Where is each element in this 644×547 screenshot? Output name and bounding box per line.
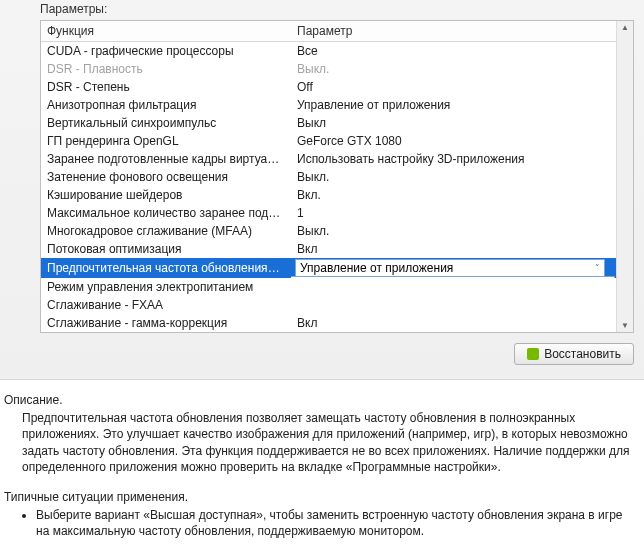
table-row[interactable]: Вертикальный синхроимпульсВыкл (41, 114, 633, 132)
table-row[interactable]: Затенение фонового освещенияВыкл. (41, 168, 633, 186)
dropdown-selected-label: Управление от приложения (300, 261, 453, 275)
setting-name: Потоковая оптимизация (41, 240, 291, 258)
restore-button-label: Восстановить (544, 347, 621, 361)
setting-value[interactable]: Выкл (291, 114, 633, 132)
setting-name: Сглаживание - FXAA (41, 296, 291, 314)
setting-value[interactable]: Управление от приложения (291, 96, 633, 114)
table-row[interactable]: Многокадровое сглаживание (MFAA)Выкл. (41, 222, 633, 240)
typical-body: Выберите вариант «Высшая доступная», что… (4, 507, 634, 539)
setting-value[interactable]: 1 (291, 204, 633, 222)
table-row[interactable]: Заранее подготовленные кадры виртуал…Исп… (41, 150, 633, 168)
restore-button[interactable]: Восстановить (514, 343, 634, 365)
setting-name: DSR - Степень (41, 78, 291, 96)
setting-name: DSR - Плавность (41, 60, 291, 78)
setting-name: Предпочтительная частота обновления (… (41, 258, 291, 278)
table-row[interactable]: Потоковая оптимизацияВкл (41, 240, 633, 258)
setting-value[interactable] (291, 278, 633, 296)
column-header-value[interactable]: Параметр (291, 21, 633, 42)
setting-value[interactable]: Off (291, 78, 633, 96)
setting-value[interactable]: Управление от приложения˅Высшая доступна… (291, 258, 633, 278)
setting-name: Максимальное количество заранее подго… (41, 204, 291, 222)
setting-name: Многокадровое сглаживание (MFAA) (41, 222, 291, 240)
setting-name: Режим управления электропитанием (41, 278, 291, 296)
description-heading: Описание. (4, 392, 634, 408)
setting-value[interactable]: Вкл (291, 314, 633, 332)
table-row[interactable]: ГП рендеринга OpenGLGeForce GTX 1080 (41, 132, 633, 150)
table-row[interactable]: Кэширование шейдеровВкл. (41, 186, 633, 204)
table-row[interactable]: Режим управления электропитанием (41, 278, 633, 296)
setting-value[interactable]: Вкл. (291, 186, 633, 204)
setting-value[interactable]: Использовать настройку 3D-приложения (291, 150, 633, 168)
setting-name: CUDA - графические процессоры (41, 42, 291, 61)
nvidia-icon (527, 348, 539, 360)
setting-name: Затенение фонового освещения (41, 168, 291, 186)
settings-table[interactable]: Функция Параметр CUDA - графические проц… (41, 21, 633, 332)
table-row[interactable]: DSR - СтепеньOff (41, 78, 633, 96)
chevron-down-icon[interactable]: ˅ (593, 263, 602, 273)
vertical-scrollbar[interactable] (616, 21, 633, 332)
dropdown-option[interactable]: Высшая доступная (291, 277, 614, 278)
setting-name: Сглаживание - гамма-коррекция (41, 314, 291, 332)
table-row[interactable]: Предпочтительная частота обновления (…Уп… (41, 258, 633, 278)
setting-value[interactable]: Все (291, 42, 633, 61)
setting-name: Анизотропная фильтрация (41, 96, 291, 114)
typical-item: Выберите вариант «Высшая доступная», что… (36, 507, 634, 539)
setting-name: ГП рендеринга OpenGL (41, 132, 291, 150)
setting-value[interactable]: Выкл. (291, 60, 633, 78)
settings-table-container: Функция Параметр CUDA - графические проц… (40, 20, 634, 333)
setting-value[interactable]: GeForce GTX 1080 (291, 132, 633, 150)
column-header-function[interactable]: Функция (41, 21, 291, 42)
typical-heading: Типичные ситуации применения. (4, 489, 634, 505)
setting-value[interactable]: Выкл. (291, 222, 633, 240)
description-body: Предпочтительная частота обновления позв… (4, 410, 634, 475)
setting-value[interactable]: Вкл (291, 240, 633, 258)
table-row[interactable]: Максимальное количество заранее подго…1 (41, 204, 633, 222)
setting-name: Кэширование шейдеров (41, 186, 291, 204)
table-row[interactable]: CUDA - графические процессорыВсе (41, 42, 633, 61)
setting-name: Вертикальный синхроимпульс (41, 114, 291, 132)
setting-value[interactable]: Выкл. (291, 168, 633, 186)
table-row[interactable]: Сглаживание - FXAA (41, 296, 633, 314)
setting-value[interactable] (291, 296, 633, 314)
parameters-label: Параметры: (10, 0, 634, 20)
table-row[interactable]: Анизотропная фильтрацияУправление от при… (41, 96, 633, 114)
table-row[interactable]: DSR - ПлавностьВыкл. (41, 60, 633, 78)
table-row[interactable]: Сглаживание - гамма-коррекцияВкл (41, 314, 633, 332)
setting-name: Заранее подготовленные кадры виртуал… (41, 150, 291, 168)
dropdown-selected[interactable]: Управление от приложения˅ (295, 259, 605, 277)
dropdown-popup[interactable]: Высшая доступнаяУправление от приложения (291, 276, 615, 278)
